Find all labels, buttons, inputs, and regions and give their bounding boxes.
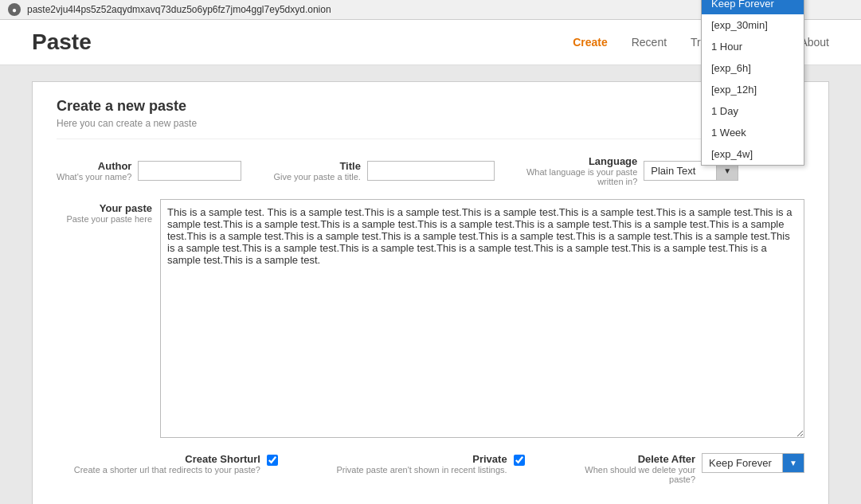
dropdown-item-12h[interactable]: [exp_12h] (702, 79, 804, 100)
delete-after-group: Delete After When should we delete your … (566, 453, 804, 484)
url-bar: paste2vju4l4ps5z52aqydmxavq73duz5o6yp6fz… (27, 4, 331, 15)
title-input[interactable]: Galaxy Collision (367, 161, 495, 181)
dropdown-item-1week[interactable]: 1 Week (702, 122, 804, 143)
title-labels: Title Give your paste a title. (273, 160, 360, 182)
nav-create[interactable]: Create (573, 36, 608, 49)
paste-row: Your paste Paste your paste here This is… (57, 199, 804, 440)
paste-label: Your paste (57, 202, 152, 214)
card-title: Create a new paste (57, 98, 804, 115)
browser-icon: ● (8, 3, 21, 16)
shorturl-checkbox[interactable] (267, 455, 278, 466)
dropdown-item-6h[interactable]: [exp_6h] (702, 57, 804, 79)
delete-select-widget: Keep Forever ▼ (702, 453, 804, 473)
main-content: Create a new paste Here you can create a… (0, 65, 861, 504)
bottom-row: Create Shorturl Create a shorter url tha… (57, 453, 804, 484)
delete-hint: When should we delete your paste? (566, 465, 695, 484)
fields-row: Author What's your name? Darth Vader Tit… (57, 155, 804, 186)
title-hint: Give your paste a title. (273, 172, 360, 182)
private-group: Private Private paste aren't shown in re… (311, 453, 550, 475)
nav-recent[interactable]: Recent (632, 36, 667, 49)
private-checkbox[interactable] (514, 455, 525, 466)
shorturl-labels: Create Shorturl Create a shorter url tha… (74, 453, 260, 475)
shorturl-group: Create Shorturl Create a shorter url tha… (57, 453, 295, 475)
delete-label: Delete After (566, 453, 695, 465)
paste-textarea[interactable]: This is a sample test. This is a sample … (160, 199, 804, 438)
card-subtitle: Here you can create a new paste (57, 118, 804, 139)
dropdown-item-1day[interactable]: 1 Day (702, 100, 804, 122)
dropdown-item-1hour[interactable]: 1 Hour (702, 36, 804, 57)
dropdown-item-4w[interactable]: [exp_4w] (702, 143, 804, 165)
author-input[interactable]: Darth Vader (138, 161, 241, 181)
author-label: Author (57, 160, 131, 172)
paste-labels: Your paste Paste your paste here (57, 199, 152, 224)
title-field-group: Title Give your paste a title. Galaxy Co… (273, 160, 494, 182)
language-label: Language (526, 155, 637, 167)
expiry-dropdown: Keep Forever [exp_30min] 1 Hour [exp_6h]… (701, 0, 804, 166)
title-label: Title (273, 160, 360, 172)
private-label: Private (336, 453, 507, 465)
private-labels: Private Private paste aren't shown in re… (336, 453, 507, 475)
author-hint: What's your name? (57, 172, 131, 182)
paste-area-wrapper: This is a sample test. This is a sample … (160, 199, 804, 440)
language-hint-1: What language is your paste (526, 167, 637, 177)
delete-value: Keep Forever (702, 454, 782, 472)
site-logo: Paste (32, 29, 573, 55)
delete-labels: Delete After When should we delete your … (566, 453, 695, 484)
paste-hint: Paste your paste here (57, 214, 152, 224)
shorturl-hint: Create a shorter url that redirects to y… (74, 465, 260, 475)
dropdown-item-keep-forever[interactable]: Keep Forever (702, 0, 804, 14)
author-labels: Author What's your name? (57, 160, 131, 182)
language-hint-2: written in? (526, 177, 637, 186)
create-paste-card: Create a new paste Here you can create a… (32, 81, 829, 504)
author-field-group: Author What's your name? Darth Vader (57, 160, 241, 182)
private-hint: Private paste aren't shown in recent lis… (336, 465, 507, 475)
shorturl-label: Create Shorturl (74, 453, 260, 465)
dropdown-item-30min[interactable]: [exp_30min] (702, 14, 804, 36)
delete-dropdown-arrow[interactable]: ▼ (782, 454, 804, 472)
language-labels: Language What language is your paste wri… (526, 155, 637, 186)
